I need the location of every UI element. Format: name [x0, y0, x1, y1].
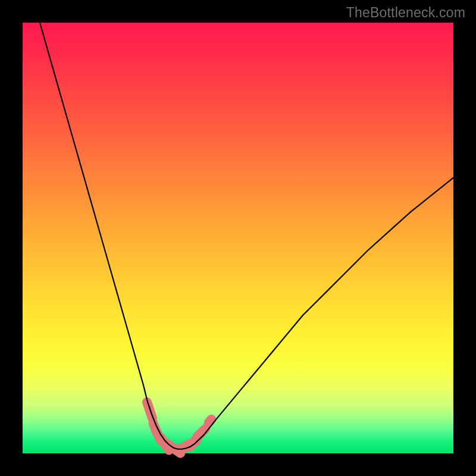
curve-marker	[209, 419, 211, 423]
bottleneck-curve	[40, 23, 453, 449]
curve-marker	[147, 402, 152, 418]
curve-layer	[23, 23, 453, 453]
chart-frame: TheBottleneck.com	[0, 0, 476, 476]
watermark-text: TheBottleneck.com	[346, 5, 465, 21]
